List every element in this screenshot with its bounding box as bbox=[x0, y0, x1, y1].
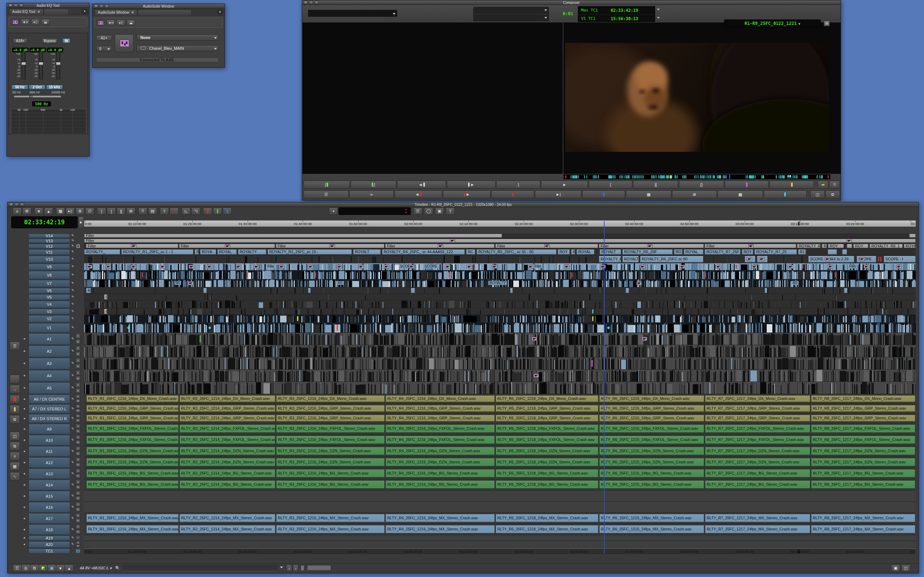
timeline-clip[interactable]: RLTY_R4_25FC_1216_24fps_GRP_Stereo_Crash… bbox=[386, 405, 495, 412]
timeline-clip[interactable]: RLTY_R6_25FC_1215_24fps_BG_Stereo_Crash.… bbox=[599, 469, 704, 477]
pencil-icon[interactable]: ✎ bbox=[70, 505, 75, 509]
pencil-icon[interactable]: ✎ bbox=[70, 257, 75, 261]
timeline-clip[interactable]: RLTY_R6_25FC_1215_24fps_MX_Stereo_Crash.… bbox=[599, 514, 704, 522]
splice-icon[interactable]: ▸▯ bbox=[66, 207, 75, 215]
solo-button[interactable]: S bbox=[76, 382, 81, 388]
timeline-clip[interactable] bbox=[909, 234, 916, 238]
gain-slider-thumb[interactable] bbox=[21, 62, 26, 65]
track-header[interactable]: A14 bbox=[29, 480, 70, 490]
timeline-clip[interactable]: ROYALTY_R2_25FC_sc 19 - bbox=[267, 249, 352, 255]
track-header[interactable]: A2 bbox=[29, 345, 70, 357]
timeline-clip[interactable]: RLTY_R1_25FC_1216_24fps_FXFOL_Stereo_Cra… bbox=[86, 424, 179, 433]
timeline-clip[interactable]: ROYA bbox=[200, 249, 216, 255]
pencil-icon[interactable]: ✎ bbox=[70, 309, 75, 313]
track-header[interactable]: V14 bbox=[29, 234, 70, 238]
tape-icon[interactable]: ∞ bbox=[349, 190, 394, 198]
track-content[interactable]: C bbox=[84, 294, 916, 300]
timeline-clip[interactable]: RLTY_R2_25FC_1214_24fps_DX_Mono_Crash.wa… bbox=[179, 395, 275, 402]
gain-slider[interactable] bbox=[56, 51, 60, 79]
chevron-down-icon[interactable] bbox=[280, 567, 283, 568]
timeline-clip[interactable]: RLTY_R7_25FC_1217_24fps_FXFOL_Stereo_Cra… bbox=[705, 424, 810, 433]
solo-button[interactable]: S bbox=[76, 513, 81, 518]
segment-overwrite-icon[interactable] bbox=[10, 395, 20, 403]
track-content[interactable]: Filler bbox=[84, 239, 916, 243]
track-content[interactable]: 0:0001:10:00:0001:20:00:0001:30:00:0001:… bbox=[84, 548, 916, 554]
timeline-clip[interactable]: RLTY_R4_25FC_1216_24fps_GRP_Stereo_Crash… bbox=[386, 415, 495, 422]
track-header[interactable]: V1 bbox=[29, 323, 70, 332]
chevron-down-icon[interactable]: ▼ bbox=[82, 9, 88, 14]
dash-button[interactable]: – bbox=[76, 535, 81, 540]
mark-out-icon[interactable]: ] bbox=[97, 207, 106, 215]
bypass-button[interactable]: Bypass bbox=[42, 38, 58, 43]
playhead[interactable] bbox=[604, 221, 604, 554]
timeline-clip[interactable] bbox=[828, 249, 837, 255]
plug-button[interactable] bbox=[115, 34, 134, 52]
timeline-clip[interactable]: RLTY_R1_25FC_1216_24fps_GRP_Stereo_Crash… bbox=[86, 405, 179, 412]
timeline-clip[interactable]: RLTY_R1_25FC_1216_24fps_MX_Stereo_Crash.… bbox=[86, 525, 179, 533]
timeline-clip[interactable] bbox=[510, 288, 513, 293]
timeline-ruler[interactable]: 0:0001:10:00:0001:20:00:0001:30:00:0001:… bbox=[84, 220, 916, 227]
mark-clip-icon[interactable]: ][ bbox=[116, 207, 126, 215]
mute-button[interactable]: M bbox=[76, 451, 81, 456]
timeline-clip[interactable] bbox=[308, 288, 311, 293]
track-content[interactable]: RLTY_R1_25FC_1216_24fps_FXFOL_Stereo_Cra… bbox=[84, 435, 916, 446]
slope-icon[interactable]: ∿ bbox=[10, 472, 20, 481]
pencil-icon[interactable]: ✎ bbox=[70, 407, 75, 410]
track-header[interactable]: A15 bbox=[29, 491, 70, 501]
timeline-clip[interactable]: RLTY_R4_25FC_1216_24fps_DX_Mono_Crash.wa… bbox=[386, 395, 495, 402]
timeline-clip[interactable]: R bbox=[571, 249, 575, 255]
freq-slider[interactable] bbox=[14, 95, 61, 98]
mute-button[interactable]: M bbox=[76, 388, 81, 393]
single-monitor-icon[interactable]: ⧉ bbox=[825, 190, 840, 198]
timeline-clip[interactable]: ROY bbox=[558, 249, 570, 255]
solo-button[interactable]: S bbox=[76, 480, 81, 484]
mute-button[interactable]: M bbox=[76, 364, 81, 369]
timeline-clip[interactable] bbox=[625, 288, 629, 293]
track-header[interactable]: V6 bbox=[29, 288, 70, 293]
timecode-expand-button[interactable]: ▶ bbox=[78, 216, 84, 228]
timeline-clip[interactable]: RLTY_R5_25FC_1218_24fps_BG_Stereo_Crash.… bbox=[496, 469, 598, 477]
mute-button[interactable]: M bbox=[76, 507, 81, 512]
pencil-icon[interactable]: ✎ bbox=[70, 386, 75, 390]
locator-blue-icon[interactable] bbox=[223, 207, 232, 215]
mute-button[interactable]: M bbox=[76, 351, 81, 357]
trim-a-icon[interactable]: ◺ bbox=[181, 207, 191, 215]
quick-find-preset[interactable]: 4A 8V +MUSIC Ł ▾ bbox=[80, 565, 113, 571]
search-icon[interactable]: 🔍 bbox=[115, 565, 121, 571]
track-content[interactable]: R0R0ROYALTYR0 bbox=[84, 279, 916, 287]
tracking-dropdowns[interactable] bbox=[473, 7, 549, 21]
video-quality-icon[interactable]: ▼ bbox=[34, 207, 43, 215]
solo-button[interactable]: S bbox=[76, 446, 81, 451]
pencil-icon[interactable]: ✎ bbox=[70, 416, 75, 420]
track-content[interactable]: R bbox=[84, 287, 916, 294]
grid-icon[interactable]: ⠿ bbox=[829, 181, 840, 189]
timeline-clip[interactable]: RLTY_R8_25FC_1217_24fps_DX_Mono_Crash.wa… bbox=[811, 395, 915, 402]
mark-clip-icon[interactable]: ][ bbox=[633, 181, 678, 189]
mute-button[interactable]: M bbox=[76, 399, 81, 403]
scroll-right-button[interactable]: › bbox=[293, 564, 299, 572]
timeline-clip[interactable]: RLTY_R1_25FC_1216_24fps_DZN_Stereo_Crash… bbox=[86, 447, 179, 455]
solo-button[interactable]: S bbox=[76, 395, 81, 398]
timeline-clip[interactable]: RLTY_R3_25FC_1216_24fps_MX_Stereo_Crash.… bbox=[276, 525, 385, 533]
track-content[interactable]: ROYALTY_R6ROYALTYROYALTY_R6_25FC sc 90SC… bbox=[84, 255, 916, 263]
view-split-button[interactable]: ◫ bbox=[901, 564, 910, 572]
box-icon[interactable]: ⧉ bbox=[10, 415, 20, 424]
frame-icon[interactable]: ▤ bbox=[148, 207, 157, 215]
eq-icon[interactable] bbox=[11, 19, 19, 25]
timeline-clip[interactable]: Filler bbox=[84, 234, 502, 238]
track-content[interactable] bbox=[84, 345, 916, 357]
track-header[interactable]: V3 bbox=[29, 309, 70, 314]
play-to-out-icon[interactable]: ►| bbox=[535, 190, 582, 198]
timeline-clip[interactable]: RLTY_R2_25FC_1214_24fps_MX_Stereo_Crash.… bbox=[179, 525, 275, 533]
timeline-clip[interactable]: RLTY_R7_25FC_1217_24fps_GRP_Stereo_Crash… bbox=[705, 405, 810, 412]
timeline-clip[interactable]: RLTY_R5_25FC_1218_24fps_MX_Stereo_Crash.… bbox=[496, 525, 598, 533]
timeline-clip[interactable]: RLTY_R4_25FC_1216_24fps_DZN_Stereo_Crash… bbox=[386, 458, 495, 466]
timeline-clip[interactable]: RO bbox=[674, 249, 683, 255]
timeline-clip[interactable]: RLTY_R6_25FC_1215_24fps_GRP_Stereo_Crash… bbox=[599, 415, 704, 422]
timeline-clip[interactable]: R1 bbox=[798, 249, 806, 255]
keyframe-icon[interactable]: ▦ bbox=[10, 462, 20, 471]
speaker-icon[interactable]: ◄ bbox=[23, 337, 26, 340]
timeline-clip[interactable]: RLTY_R5_25FC_1218_24fps_FXFOL_Stereo_Cra… bbox=[496, 424, 598, 433]
timeline-clip[interactable]: RLTY_R3_25FC_1216_24fps_DX_Mono_Crash.wa… bbox=[276, 395, 385, 402]
timeline-clip[interactable]: RLTY_R4_25FC_1216_24fps_MX_Stereo_Crash.… bbox=[386, 514, 495, 522]
